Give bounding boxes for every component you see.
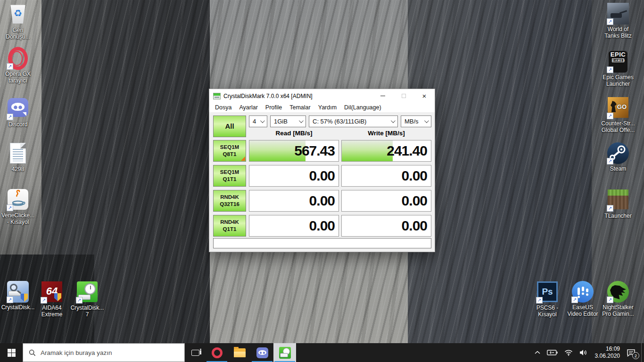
date: 3.06.2020 <box>595 353 620 360</box>
tray-show-hidden-icons[interactable] <box>531 343 544 362</box>
taskbar-app-opera-gx[interactable] <box>206 343 228 362</box>
desktop-icon-crystaldiskinfo[interactable]: ↗ CrystalDisk... <box>0 281 36 311</box>
shortcut-arrow-icon: ↗ <box>7 63 13 70</box>
taskbar-app-file-explorer[interactable] <box>228 343 251 362</box>
desktop-icon-crystaldiskmark7[interactable]: ↗ CrystalDisk... 7 <box>69 281 105 318</box>
test-count-dropdown[interactable]: 4 <box>249 115 267 127</box>
icon-label: EaseUS Video Editor <box>565 304 601 317</box>
desktop-icon-csgo[interactable]: ↗ Counter-Str... Global Offe... <box>600 97 636 133</box>
taskbar-app-crystaldiskmark[interactable] <box>273 343 296 362</box>
task-view-icon <box>191 350 199 356</box>
read-result-cell: 567.43 <box>249 140 339 162</box>
shortcut-arrow-icon: ↗ <box>607 18 613 25</box>
write-value: 0.00 <box>402 190 427 211</box>
taskbar-app-discord[interactable] <box>251 343 273 362</box>
desktop-icon-opera-gx[interactable]: ↗ Opera GX tarayıcı <box>0 48 36 84</box>
tray-battery[interactable] <box>544 343 561 362</box>
taskbar-search[interactable] <box>23 343 185 362</box>
minimize-button[interactable] <box>372 89 393 103</box>
desktop: ♻ Geri Dönüşü... ↗ Opera GX tarayıcı ↗ D… <box>0 0 644 362</box>
menu-temalar[interactable]: Temalar <box>286 104 314 111</box>
read-result-cell: 0.00 <box>249 215 339 237</box>
shortcut-arrow-icon: ↗ <box>7 114 13 120</box>
file-explorer-icon <box>234 348 246 357</box>
drive-dropdown[interactable]: C: 57% (63/111GiB) <box>309 115 398 127</box>
discord-icon: ↗ <box>7 98 29 120</box>
rnd4k-q1t1-button[interactable]: RND4K Q1T1 <box>213 215 246 237</box>
icon-label: World of Tanks Blitz <box>600 26 636 39</box>
rnd4k-q32t16-button[interactable]: RND4K Q32T16 <box>213 190 246 212</box>
menu-dil-language[interactable]: Dil(Language) <box>340 104 385 111</box>
desktop-icon-steam[interactable]: ↗ Steam <box>600 142 636 172</box>
drive-value: C: 57% (63/111GiB) <box>313 118 366 125</box>
desktop-icon-easeus[interactable]: ↗ EaseUS Video Editor <box>565 281 601 317</box>
seq1m-q1t1-button[interactable]: SEQ1M Q1T1 <box>213 165 246 187</box>
test-size-value: 1GiB <box>274 118 288 125</box>
desktop-icon-nightstalker[interactable]: ↗ NightStalker Pro Gamin... <box>600 281 636 317</box>
crystaldiskmark-icon <box>279 347 291 359</box>
close-button[interactable]: × <box>414 89 435 103</box>
status-field[interactable] <box>213 238 431 248</box>
menu-ayarlar[interactable]: Ayarlar <box>235 104 261 111</box>
write-value: 0.00 <box>402 165 427 186</box>
desktop-icon-wot-blitz[interactable]: ↗ World of Tanks Blitz <box>600 3 636 39</box>
action-center-button[interactable]: 2 <box>624 343 641 362</box>
row-label-line2: Q1T1 <box>223 226 237 232</box>
battery-charging-icon <box>547 350 558 355</box>
row-label-line1: RND4K <box>220 219 239 225</box>
menu-profile[interactable]: Profile <box>262 104 286 111</box>
unit-dropdown[interactable]: MB/s <box>401 115 431 127</box>
icon-label: NightStalker Pro Gamin... <box>600 304 636 317</box>
menu-yardim[interactable]: Yardım <box>314 104 340 111</box>
tray-clock[interactable]: 16:09 3.06.2020 <box>591 343 624 362</box>
crystaldiskmark-window: CrystalDiskMark 7.0.0 x64 [ADMIN] × Dosy… <box>209 89 435 252</box>
wot-blitz-icon: ↗ <box>607 3 629 25</box>
desktop-icon-recycle-bin[interactable]: ♻ Geri Dönüşü... <box>0 3 36 40</box>
icon-label: Counter-Str... Global Offe... <box>600 120 636 133</box>
title-bar[interactable]: CrystalDiskMark 7.0.0 x64 [ADMIN] × <box>209 89 435 103</box>
write-result-cell: 241.40 <box>341 140 431 162</box>
desktop-icon-epic-games[interactable]: EPICGAMES ↗ Epic Games Launcher <box>600 48 636 87</box>
menu-dosya[interactable]: Dosya <box>211 104 235 111</box>
write-result-cell: 0.00 <box>341 190 431 212</box>
search-icon <box>29 349 36 356</box>
discord-icon <box>256 347 268 358</box>
task-view-button[interactable] <box>185 343 206 362</box>
chevron-down-icon <box>299 118 304 123</box>
benchmark-row-rnd4k-q1t1: RND4K Q1T1 0.00 0.00 <box>209 215 435 237</box>
seq1m-q8t1-button[interactable]: SEQ1M Q8T1 <box>213 140 246 162</box>
all-test-button[interactable]: All <box>213 115 246 137</box>
test-size-dropdown[interactable]: 1GiB <box>270 115 306 127</box>
tray-volume[interactable] <box>576 343 591 362</box>
uac-shield-icon <box>54 293 61 301</box>
desktop-icon-discord[interactable]: ↗ Discord <box>0 97 36 128</box>
chevron-down-icon <box>391 118 396 123</box>
tray-wifi[interactable] <box>561 343 576 362</box>
speaker-icon <box>579 349 588 356</box>
start-button[interactable] <box>0 343 23 362</box>
search-input[interactable] <box>41 349 163 356</box>
taskbar: 16:09 3.06.2020 2 <box>0 343 644 362</box>
test-count-value: 4 <box>253 118 256 125</box>
shortcut-arrow-icon: ↗ <box>7 296 13 303</box>
aida64-icon: 64 ↗ <box>41 281 63 303</box>
read-result-cell: 0.00 <box>249 190 339 212</box>
desktop-icon-aida64[interactable]: 64 ↗ AIDA64 Extreme <box>34 281 70 318</box>
write-column-header: Write [MB/s] <box>341 130 431 137</box>
nightstalker-icon: ↗ <box>607 281 629 303</box>
desktop-icon-photoshop[interactable]: Ps ↗ PSCS6 - Kısayol <box>529 281 565 318</box>
tlauncher-icon: ↗ <box>607 189 629 211</box>
row-label-line2: Q8T1 <box>223 151 237 157</box>
write-result-cell: 0.00 <box>341 215 431 237</box>
benchmark-row-rnd4k-q32t16: RND4K Q32T16 0.00 0.00 <box>209 190 435 212</box>
read-value: 567.43 <box>294 140 335 161</box>
write-result-cell: 0.00 <box>341 165 431 187</box>
desktop-icon-tlauncher[interactable]: ↗ TLauncher <box>600 189 636 219</box>
desktop-icon-document-4298[interactable]: 4298 <box>0 142 36 173</box>
shortcut-arrow-icon: ↗ <box>607 158 613 165</box>
icon-label: Epic Games Launcher <box>600 74 636 87</box>
show-desktop-button[interactable] <box>641 343 644 362</box>
icon-label: AIDA64 Extreme <box>34 304 70 318</box>
desktop-icon-veneclicker[interactable]: ↗ VeneClicke... - Kısayol <box>0 189 36 225</box>
shortcut-arrow-icon: ↗ <box>607 66 613 73</box>
